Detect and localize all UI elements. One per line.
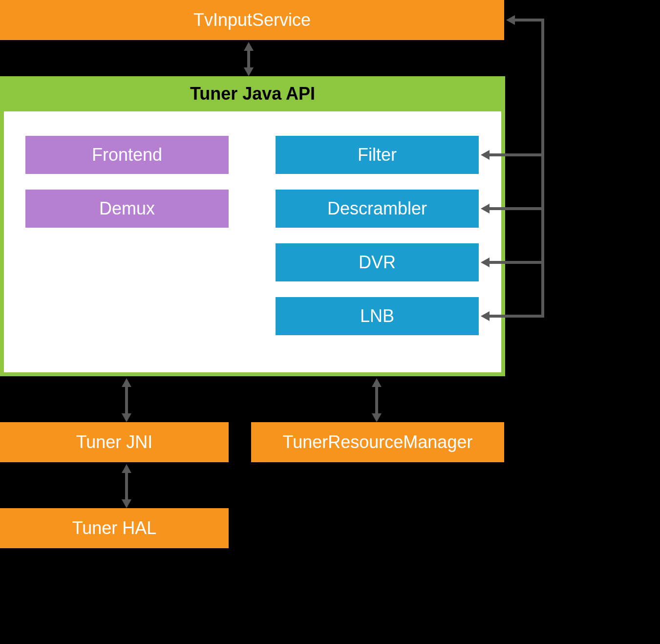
arrow-connector	[488, 315, 544, 318]
frontend-label: Frontend	[92, 145, 162, 165]
tuner-jni-label: Tuner JNI	[76, 432, 153, 452]
arrow-down-icon	[122, 413, 131, 422]
arrow-connector	[125, 385, 128, 415]
tuner-resource-manager-box: TunerResourceManager	[251, 422, 504, 462]
arrow-connector	[125, 471, 128, 501]
arrow-connector	[488, 153, 544, 156]
tuner-java-api-label: Tuner Java API	[190, 84, 315, 104]
descrambler-box: Descrambler	[276, 190, 479, 228]
demux-box: Demux	[25, 190, 229, 228]
dvr-label: DVR	[359, 252, 396, 273]
arrow-down-icon	[122, 499, 131, 508]
arrow-down-icon	[372, 413, 382, 422]
arrow-connector	[375, 385, 378, 415]
arrow-connector	[247, 49, 250, 69]
dvr-box: DVR	[276, 243, 479, 281]
filter-box: Filter	[276, 136, 479, 174]
tuner-hal-label: Tuner HAL	[72, 518, 157, 538]
tuner-java-api-title: Tuner Java API	[0, 76, 505, 111]
filter-label: Filter	[358, 145, 397, 165]
lnb-label: LNB	[360, 306, 394, 326]
tv-input-service-box: TvInputService	[0, 0, 504, 40]
lnb-box: LNB	[276, 297, 479, 335]
demux-label: Demux	[99, 198, 155, 219]
frontend-box: Frontend	[25, 136, 229, 174]
tuner-resource-manager-label: TunerResourceManager	[283, 432, 473, 452]
arrow-down-icon	[244, 67, 254, 76]
arrow-connector	[513, 19, 544, 21]
tuner-hal-box: Tuner HAL	[0, 508, 229, 548]
arrow-connector	[488, 207, 544, 210]
tuner-jni-box: Tuner JNI	[0, 422, 229, 462]
descrambler-label: Descrambler	[327, 198, 427, 219]
tv-input-service-label: TvInputService	[193, 10, 311, 30]
arrow-connector	[488, 261, 544, 264]
arrow-connector	[541, 19, 544, 318]
